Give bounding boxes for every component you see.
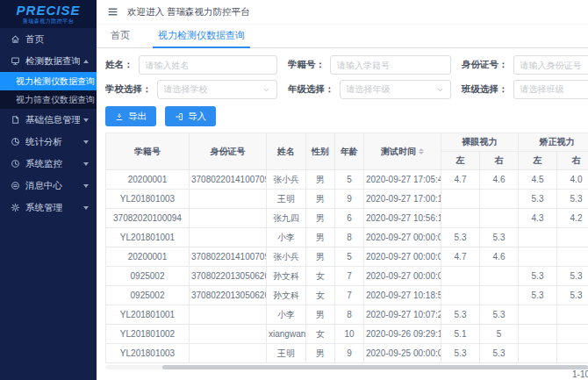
cell-naked-right: 5.3 (480, 344, 519, 363)
test-time-label: 测试时间 (381, 147, 416, 156)
sidebar-item-label: 统计分析 (25, 136, 80, 148)
cell-corr-left (519, 325, 557, 344)
name-input[interactable] (146, 61, 271, 70)
sidebar-subitem-label: 视力检测仪数据查询 (16, 75, 95, 88)
filter-label-class: 班级选择： (462, 83, 508, 96)
sidebar-item-system-mgmt[interactable]: 系统管理 (0, 197, 97, 219)
message-icon (11, 181, 20, 190)
topbar: 欢迎进入 普瑞森视力防控平台 (97, 0, 588, 24)
cell-test-time: 2020-09-27 17:05:44 (364, 170, 441, 190)
cell-name: 王明 (267, 190, 306, 209)
cell-id-card (190, 344, 267, 363)
column-header-naked-left: 左 (441, 152, 480, 170)
tab-vision-detector-data-query[interactable]: 视力检测仪数据查询 (156, 24, 247, 47)
cell-student-id: YL201801003 (106, 190, 190, 209)
column-header-age: 年龄 (335, 133, 364, 170)
chevron-down-icon (83, 162, 89, 166)
cell-name: 张小兵 (267, 247, 306, 267)
cell-corr-right: 4.2 (557, 209, 588, 228)
sidebar-subitem-vision-screener-data-query[interactable]: 视力筛查仪数据查询 (0, 90, 97, 109)
class-select[interactable]: 请选择班级 (513, 80, 588, 99)
data-query-icon (11, 56, 20, 66)
cell-gender: 男 (306, 228, 335, 247)
cell-gender: 女 (306, 267, 335, 286)
content-panel: 姓名：学籍号：身份证号：学校选择：请选择学校年级选择：请选择年级班级选择：请选择… (97, 48, 588, 380)
school-select[interactable]: 请选择学校 (157, 80, 278, 99)
document-icon (11, 115, 20, 125)
export-button-label: 导出 (128, 111, 147, 123)
cell-corr-right (557, 344, 588, 363)
tab-home[interactable]: 首页 (109, 24, 132, 47)
cell-naked-right (480, 209, 519, 228)
cell-test-time: 2020-09-25 00:00:00 (364, 344, 441, 363)
sidebar-item-detect-data-query[interactable]: 检测数据查询 (0, 50, 97, 72)
toolbar: 导出 导入 (105, 106, 588, 126)
table-row: YL201801001小李男82020-09-27 00:00:005.35.3 (106, 228, 588, 247)
table-row: YL201801003王明男92020-09-27 17:00:135.35.3 (106, 190, 588, 209)
cell-student-id: 20200001 (106, 247, 190, 267)
student-id-input[interactable] (337, 61, 444, 70)
cell-test-time: 2020-09-27 00:00:00 (364, 247, 441, 267)
table-row: 37082020100094张九四男62020-09-27 10:56:114.… (106, 209, 588, 228)
cell-id-card: 370802201410070919 (190, 247, 267, 267)
horizontal-scrollbar-thumb[interactable] (162, 365, 588, 369)
sidebar-item-basic-info-mgmt[interactable]: 基础信息管理 (0, 109, 97, 131)
logo: PRECISE 普瑞森视力防控平台 (0, 0, 97, 28)
cell-naked-right: 5 (480, 325, 519, 344)
cell-gender: 男 (306, 344, 335, 363)
table-row: 20200001370802201410070919张小兵男52020-09-2… (106, 247, 588, 267)
sidebar-subitem-vision-detector-data-query[interactable]: 视力检测仪数据查询 (0, 72, 97, 90)
grade-select[interactable]: 请选择年级 (340, 80, 452, 99)
data-table-wrap: 学籍号 身份证号 姓名 性别 年龄 测试时间 裸眼视力 矫正视力 (105, 133, 588, 363)
cell-id-card (190, 190, 267, 209)
table-row: 20200001370802201410070919张小兵男52020-09-2… (106, 170, 588, 190)
cell-naked-right: 4.6 (480, 170, 519, 190)
cell-name: 孙文科 (267, 286, 306, 305)
app-window: PRECISE 普瑞森视力防控平台 首页检测数据查询视力检测仪数据查询视力筛查仪… (0, 0, 588, 380)
filter-id-card: 身份证号： (462, 55, 588, 75)
chevron-down-icon (83, 118, 89, 122)
chevron-down-icon (83, 140, 89, 144)
horizontal-scrollbar-track[interactable] (105, 365, 588, 369)
cell-corr-right: 5.3 (557, 286, 588, 305)
cell-naked-right (480, 286, 519, 305)
column-group-naked-vision: 裸眼视力 (441, 133, 519, 152)
sidebar-item-home[interactable]: 首页 (0, 28, 97, 50)
filter-student-id: 学籍号： (288, 55, 451, 75)
export-button[interactable]: 导出 (105, 106, 156, 126)
grade-select-placeholder: 请选择年级 (347, 83, 437, 96)
cell-age: 8 (335, 305, 364, 325)
cell-id-card: 370802201410070919 (190, 170, 267, 190)
filter-label-id-card: 身份证号： (462, 59, 508, 71)
sidebar-menu: 首页检测数据查询视力检测仪数据查询视力筛查仪数据查询基础信息管理统计分析系统监控… (0, 28, 97, 219)
collapse-menu-icon[interactable] (107, 6, 118, 18)
column-header-gender: 性别 (306, 133, 335, 170)
id-card-input[interactable] (520, 61, 588, 70)
cell-student-id: YL201801001 (106, 228, 190, 247)
filter-class: 班级选择：请选择班级 (462, 80, 588, 99)
cell-naked-right: 5.3 (480, 228, 519, 247)
sidebar-item-system-monitor[interactable]: 系统监控 (0, 153, 97, 175)
cell-id-card (190, 209, 267, 228)
sidebar: PRECISE 普瑞森视力防控平台 首页检测数据查询视力检测仪数据查询视力筛查仪… (0, 0, 97, 380)
cell-age: 7 (335, 286, 364, 305)
sidebar-item-message-center[interactable]: 消息中心 (0, 175, 97, 197)
cell-naked-left (441, 286, 480, 305)
chevron-down-icon (83, 184, 89, 188)
sidebar-item-label: 基础信息管理 (25, 114, 80, 126)
chevron-down-icon (262, 86, 270, 94)
cell-name: 小李 (267, 228, 306, 247)
cell-age: 9 (335, 344, 364, 363)
table-row: 0925002370802201305062028孙文科女72020-09-27… (106, 267, 588, 286)
sidebar-item-statistics-analysis[interactable]: 统计分析 (0, 131, 97, 153)
sort-icon[interactable] (419, 148, 424, 154)
cell-naked-right (480, 190, 519, 209)
cell-corr-left (519, 228, 557, 247)
cell-name: 王明 (267, 344, 306, 363)
table-row: YL201801001小李男82020-09-27 10:07:295.35.3 (106, 305, 588, 325)
cell-age: 6 (335, 209, 364, 228)
logo-title: PRECISE (17, 4, 81, 17)
import-button[interactable]: 导入 (165, 106, 216, 126)
cell-naked-left: 5.1 (441, 325, 480, 344)
cell-test-time: 2020-09-27 10:56:11 (364, 209, 441, 228)
